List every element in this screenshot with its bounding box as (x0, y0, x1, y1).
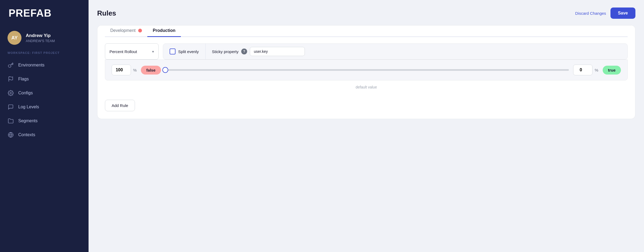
sidebar-item-flags[interactable]: Flags (0, 72, 89, 86)
user-info: Andrew Yip ANDREW'S TEAM (26, 33, 55, 43)
true-percent-group: % (573, 65, 598, 75)
save-button[interactable]: Save (610, 8, 635, 19)
default-value-section: default value (105, 80, 628, 91)
folder-icon (8, 118, 14, 124)
default-value-label: default value (356, 85, 377, 89)
globe-icon (8, 132, 14, 138)
add-rule-button[interactable]: Add Rule (105, 100, 135, 111)
sticky-property-input[interactable] (250, 47, 305, 56)
sidebar-item-label: Segments (18, 118, 38, 123)
page-header: Rules Discard Changes Save (97, 8, 635, 19)
sidebar-item-label: Flags (18, 77, 29, 81)
sidebar-item-log-levels[interactable]: Log Levels (0, 100, 89, 114)
help-icon[interactable]: ? (241, 49, 247, 54)
add-rule-section: Add Rule (97, 99, 635, 119)
slider-container[interactable] (165, 69, 569, 71)
logo-area: PREFAB (0, 0, 89, 25)
rollout-dropdown[interactable]: Percent Rollout ▾ (105, 43, 159, 60)
page-title: Rules (97, 9, 116, 17)
tab-production[interactable]: Production (147, 25, 181, 37)
split-evenly-section[interactable]: Split evenly (163, 44, 206, 59)
workspace-label: WORKSPACE: FIRST PROJECT (0, 51, 89, 58)
sidebar-item-configs[interactable]: Configs (0, 86, 89, 100)
tab-development-label: Development (110, 28, 136, 33)
avatar: AY (8, 31, 21, 45)
sticky-property-label: Sticky property (212, 49, 239, 54)
flag-icon (8, 76, 14, 82)
tabs: Development Production (105, 25, 628, 37)
tab-development[interactable]: Development (105, 25, 147, 37)
sidebar-item-label: Configs (18, 91, 33, 95)
key-icon (8, 62, 14, 68)
sidebar-item-label: Log Levels (18, 105, 39, 109)
split-evenly-checkbox[interactable] (170, 49, 175, 54)
rollout-label: Percent Rollout (109, 49, 137, 54)
rule-area: Percent Rollout ▾ Split evenly Sticky pr… (97, 37, 635, 99)
false-percent-sign: % (133, 68, 137, 72)
gear-icon (8, 90, 14, 96)
tab-production-label: Production (153, 28, 175, 33)
true-badge: true (603, 66, 621, 75)
sidebar-item-segments[interactable]: Segments (0, 114, 89, 128)
chevron-down-icon: ▾ (152, 50, 154, 54)
sidebar-item-label: Contexts (18, 132, 35, 137)
false-percent-group: % (112, 65, 137, 75)
chat-icon (8, 104, 14, 110)
sidebar-item-contexts[interactable]: Contexts (0, 128, 89, 142)
sidebar-item-environments[interactable]: Environments (0, 58, 89, 72)
user-section[interactable]: AY Andrew Yip ANDREW'S TEAM (0, 25, 89, 51)
header-actions: Discard Changes Save (575, 8, 635, 19)
slider-row: % false % true (105, 60, 628, 80)
split-evenly-label: Split evenly (178, 49, 199, 54)
user-name: Andrew Yip (26, 33, 55, 38)
discard-button[interactable]: Discard Changes (575, 11, 606, 16)
svg-point-1 (10, 92, 12, 94)
false-percent-input[interactable] (112, 65, 131, 75)
user-team: ANDREW'S TEAM (26, 39, 55, 43)
sidebar-item-label: Environments (18, 63, 45, 68)
false-badge: false (141, 66, 161, 75)
true-percent-input[interactable] (573, 65, 592, 75)
true-percent-sign: % (595, 68, 598, 72)
sticky-property-section: Sticky property ? (206, 44, 311, 59)
main-content: Rules Discard Changes Save Development P… (89, 0, 644, 252)
development-status-dot (138, 29, 142, 32)
brand-logo: PREFAB (9, 8, 80, 19)
sidebar: PREFAB AY Andrew Yip ANDREW'S TEAM WORKS… (0, 0, 89, 252)
rule-top-row: Percent Rollout ▾ Split evenly Sticky pr… (105, 43, 628, 60)
